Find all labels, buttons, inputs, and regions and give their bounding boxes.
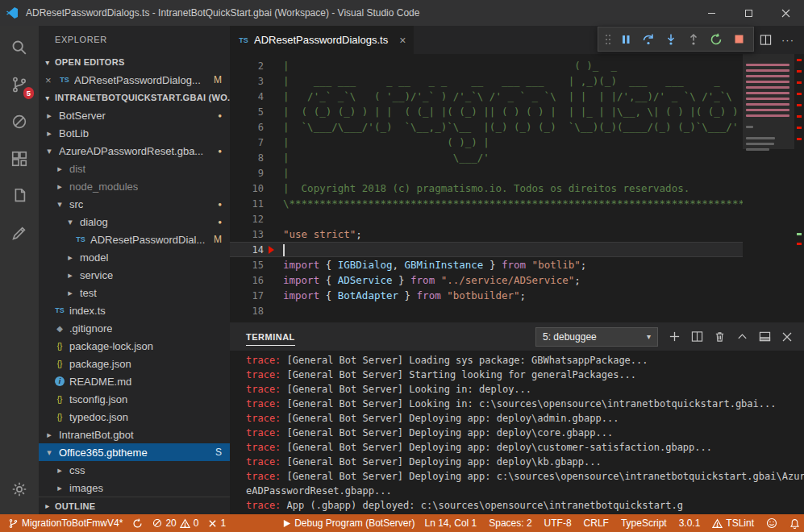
close-button[interactable] (767, 0, 804, 26)
git-branch-button[interactable]: MigrationToBotFmwV4* (8, 517, 123, 529)
tree-item-office365-gbtheme[interactable]: ▾Office365.gbthemeS (39, 443, 230, 461)
code-line-4: 4| /'_` _`\ ( '__)/'_` ) /'_`\ /' _ ` _ … (230, 89, 743, 104)
minimize-button[interactable] (693, 0, 730, 26)
notifications-bell-button[interactable] (789, 518, 800, 529)
terminal-line: trace: [General Bot Server] Deploying ap… (246, 442, 804, 456)
tree-item-node-modules[interactable]: ▸node_modules (39, 177, 230, 195)
workspace-section[interactable]: ▾ INTRANETBOTQUICKSTART.GBAI (WO... (39, 89, 230, 106)
chevron-down-icon: ▾ (41, 94, 54, 102)
typescript-file-icon: TS (59, 76, 70, 84)
split-terminal-icon[interactable] (691, 330, 703, 343)
stop-button[interactable] (728, 29, 749, 50)
code-line-9: 9| | (230, 165, 743, 181)
error-marker-icon (269, 246, 274, 254)
restart-button[interactable] (706, 29, 727, 50)
tab-adresetpassworddialogs[interactable]: TS ADResetPasswordDialogs.ts × (230, 26, 414, 54)
code-line-14: 14 (230, 242, 743, 257)
eol-button[interactable]: CRLF (584, 517, 609, 529)
search-icon[interactable] (0, 29, 39, 66)
terminal-tab[interactable]: TERMINAL (246, 328, 295, 346)
terminal-line: trace: App (.gbapp) deployed: c:\sources… (246, 500, 804, 514)
code-line-5: 5| ( (_) (_) ) | | ( (_| |( (_) || ( ) (… (230, 104, 743, 119)
tree-item-images[interactable]: ▸images (39, 479, 230, 497)
tree-item-intranetbot-gbot[interactable]: ▸IntranetBot.gbot (39, 426, 230, 443)
tree-item-test[interactable]: ▸test (39, 284, 230, 301)
tree-item-azureadpasswordreset-gba-[interactable]: ▾AzureADPasswordReset.gba...● (39, 142, 230, 160)
tree-item-tsconfig-json[interactable]: {}tsconfig.json (39, 390, 230, 408)
new-terminal-icon[interactable] (669, 330, 681, 343)
step-over-button[interactable] (638, 29, 659, 50)
debug-icon[interactable] (0, 103, 39, 140)
panel-layout-icon[interactable] (759, 330, 771, 343)
maximize-panel-icon[interactable] (736, 330, 748, 343)
tree-item-model[interactable]: ▸model (39, 248, 230, 266)
more-actions-icon[interactable]: ··· (781, 34, 794, 46)
extra-status-button[interactable]: 1 (208, 517, 226, 529)
chevron-right-icon: ▸ (54, 164, 65, 174)
code-line-7: 7| ( )_) | | (230, 135, 743, 150)
step-into-button[interactable] (660, 29, 681, 50)
tree-item-css[interactable]: ▸css (39, 461, 230, 479)
terminal-output[interactable]: trace: [General Bot Server] Loading sys … (230, 351, 804, 514)
language-button[interactable]: TypeScript (621, 517, 667, 529)
tree-item-package-lock-json[interactable]: {}package-lock.json (39, 337, 230, 355)
typescript-file-icon: TS (238, 36, 249, 44)
encoding-button[interactable]: UTF-8 (544, 517, 572, 529)
chevron-down-icon: ▾ (44, 447, 55, 458)
kill-terminal-icon[interactable] (714, 330, 726, 343)
gear-icon[interactable] (0, 471, 39, 508)
split-editor-icon[interactable] (760, 34, 772, 46)
tslint-status-button[interactable]: TSLint (712, 517, 754, 529)
code-editor[interactable]: 2| ( )_ _ |3| ___ ___ _ __ _ _ __ ___ __… (230, 54, 804, 322)
minimap[interactable] (743, 54, 794, 322)
source-control-icon[interactable]: 5 (0, 66, 39, 103)
tree-item-dialog[interactable]: ▾dialog● (39, 213, 230, 231)
cursor-position-button[interactable]: Ln 14, Col 1 (425, 517, 477, 529)
tree-item-botlib[interactable]: ▸BotLib (39, 124, 230, 142)
files-icon[interactable] (0, 177, 39, 214)
tree-item-src[interactable]: ▾src● (39, 195, 230, 213)
editor-area: TS ADResetPasswordDialogs.ts × ··· (230, 26, 804, 514)
json-file-icon: {} (54, 360, 65, 368)
tree-item-adresetpassworddial-[interactable]: TSADResetPasswordDial...M (39, 231, 230, 248)
close-editor-icon[interactable]: × (45, 74, 55, 86)
typescript-file-icon: TS (75, 235, 86, 243)
overview-ruler (794, 54, 804, 322)
tree-item-typedoc-json[interactable]: {}typedoc.json (39, 408, 230, 426)
tree-item-botserver[interactable]: ▸BotServer● (39, 106, 230, 124)
tree-item-package-json[interactable]: {}package.json (39, 355, 230, 372)
gitignore-file-icon: ◆ (54, 324, 65, 333)
warning-count: 0 (194, 517, 199, 529)
extensions-icon[interactable] (0, 140, 39, 177)
close-panel-icon[interactable] (781, 331, 793, 343)
code-line-17: 17import { BotAdapter } from "botbuilder… (230, 288, 743, 303)
tree-item-index-ts[interactable]: TSindex.ts (39, 301, 230, 319)
debug-target-button[interactable]: Debug Program (BotServer) (282, 517, 414, 529)
problems-button[interactable]: 20 0 (152, 517, 198, 529)
edit-icon[interactable] (0, 214, 39, 251)
indentation-button[interactable]: Spaces: 2 (489, 517, 531, 529)
pause-button[interactable] (615, 29, 636, 50)
file-tree: ▸BotServer●▸BotLib▾AzureADPasswordReset.… (39, 106, 230, 497)
outline-section[interactable]: ▸ OUTLINE (39, 497, 230, 514)
open-editors-section[interactable]: ▾ OPEN EDITORS (39, 53, 230, 71)
drag-handle-icon[interactable] (602, 29, 614, 50)
editor-lines: 2| ( )_ _ |3| ___ ___ _ __ _ _ __ ___ __… (230, 54, 743, 322)
maximize-button[interactable] (730, 0, 767, 26)
sync-button[interactable] (132, 518, 143, 529)
ts-version-button[interactable]: 3.0.1 (679, 517, 701, 529)
tree-item-readme-md[interactable]: iREADME.md (39, 372, 230, 390)
tree-item-service[interactable]: ▸service (39, 266, 230, 284)
debug-toolbar (598, 27, 754, 52)
feedback-smiley-button[interactable] (766, 517, 777, 529)
error-count: 20 (165, 517, 176, 529)
open-editor-item[interactable]: × TS ADResetPasswordDialog... M (39, 71, 230, 89)
tree-item-dist[interactable]: ▸dist (39, 160, 230, 177)
minimap-slider[interactable] (743, 54, 794, 149)
git-status-badge: S (215, 447, 222, 458)
chevron-down-icon: ▾ (41, 58, 54, 67)
step-out-button[interactable] (683, 29, 704, 50)
tab-close-icon[interactable]: × (399, 34, 406, 47)
tree-item--gitignore[interactable]: ◆.gitignore (39, 319, 230, 337)
terminal-selector[interactable]: 5: debuggee ▾ (535, 327, 658, 347)
